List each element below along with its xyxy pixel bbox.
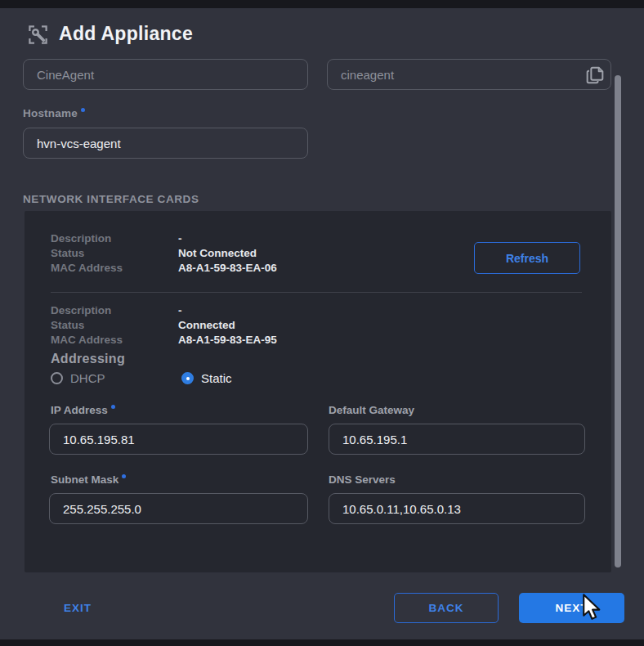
next-button[interactable]: NEXT [519,593,624,623]
nic1-status-value: Not Connected [178,247,257,259]
nic2-status-value: Connected [178,319,235,331]
dns-servers-label: DNS Servers [329,473,396,486]
ip-address-input[interactable] [49,424,308,455]
nic2-mac-value: A8-A1-59-83-EA-95 [178,334,277,346]
copy-icon[interactable] [584,64,606,87]
nic-divider [51,292,582,293]
default-gateway-label: Default Gateway [329,404,414,416]
scrollbar-thumb[interactable] [615,75,621,567]
required-indicator [81,108,85,112]
refresh-button[interactable]: Refresh [474,242,580,274]
nic1-mac-value: A8-A1-59-83-EA-06 [178,262,277,274]
appliance-config-icon [27,24,49,46]
hostname-label-text: Hostname [23,107,78,119]
static-radio-label: Static [201,371,232,385]
page-title: Add Appliance [59,23,193,45]
ip-address-label-text: IP Address [51,404,108,416]
nic2-mac-label: MAC Address [51,334,123,346]
required-indicator [122,474,126,478]
radio-option-static[interactable]: Static [181,370,232,385]
dns-servers-input[interactable] [329,493,585,524]
subnet-mask-label: Subnet Mask [51,473,126,486]
hostname-input[interactable] [23,128,308,159]
default-gateway-input[interactable] [329,424,585,455]
subnet-mask-input[interactable] [49,493,308,524]
addressing-title: Addressing [51,352,125,366]
required-indicator [111,405,115,409]
hostname-label: Hostname [23,107,85,119]
nic1-status-label: Status [51,247,84,259]
static-radio[interactable] [181,372,194,384]
nic1-description-label: Description [51,232,111,244]
appliance-slug-input[interactable] [327,59,611,90]
window-top-edge [0,0,644,8]
subnet-mask-label-text: Subnet Mask [51,473,119,486]
nic2-status-label: Status [51,319,84,331]
nic2-description-label: Description [51,304,111,316]
ip-address-label: IP Address [51,404,115,416]
section-title-network-interface-cards: NETWORK INTERFACE CARDS [23,193,199,205]
back-button[interactable]: BACK [394,593,499,623]
dhcp-radio-label: DHCP [70,371,105,385]
nic1-description-value: - [178,232,182,244]
window-bottom-edge [0,639,644,646]
nic2-description-value: - [178,304,182,316]
nic1-mac-label: MAC Address [51,262,123,274]
dhcp-radio[interactable] [51,372,63,384]
exit-link[interactable]: EXIT [64,602,92,614]
network-interface-cards-panel: Description - Status Not Connected MAC A… [25,211,611,572]
radio-option-dhcp[interactable]: DHCP [51,370,105,385]
appliance-name-input[interactable] [23,59,308,90]
